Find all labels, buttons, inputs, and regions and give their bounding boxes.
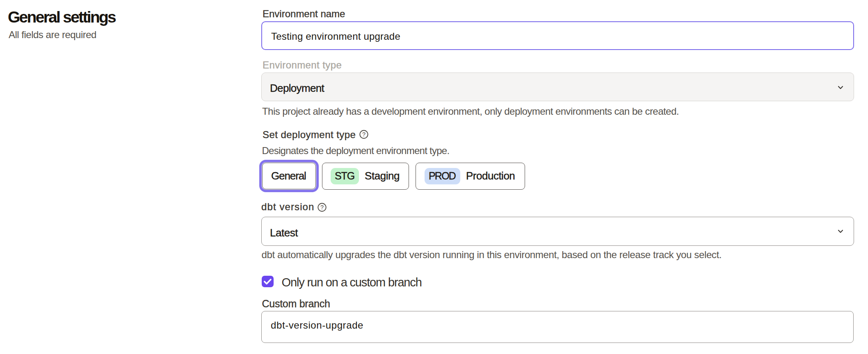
svg-text:?: ? (320, 204, 324, 211)
svg-text:?: ? (362, 131, 365, 138)
